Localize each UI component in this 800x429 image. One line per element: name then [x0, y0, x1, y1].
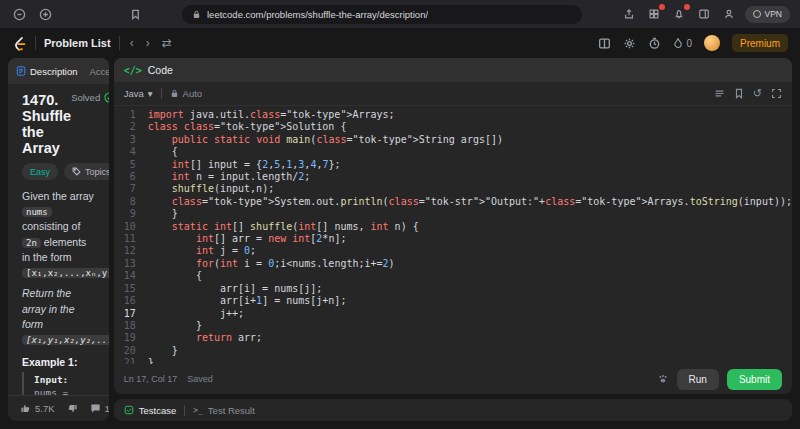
example-block: Input: nums = [2,5,1,3,4,7], n = 3 Outpu… [22, 372, 95, 395]
address-bar[interactable]: leetcode.com/problems/shuffle-the-array/… [182, 5, 582, 24]
reset-icon[interactable]: ↺ [753, 88, 762, 99]
code-line[interactable]: 13 for(int i = 0;i<nums.length;i+=2) [114, 258, 792, 270]
code-line[interactable]: 11 int[] arr = new int[2*n]; [114, 233, 792, 245]
layout-icon[interactable] [598, 37, 611, 50]
code-line[interactable]: 6 int n = input.length/2; [114, 171, 792, 183]
line-number: 4 [114, 146, 148, 158]
code-line[interactable]: 2class class="tok-type">Solution { [114, 121, 792, 133]
statement-paragraph: Given the array nums consisting of 2n el… [22, 189, 95, 280]
code-line[interactable]: 21} [114, 357, 792, 364]
divider [35, 36, 36, 50]
line-number: 21 [114, 357, 148, 364]
divider [184, 405, 185, 416]
code-line[interactable]: 20 } [114, 345, 792, 357]
line-number: 3 [114, 134, 148, 146]
code-line[interactable]: 9 } [114, 208, 792, 220]
code-editor[interactable]: 1import java.util.class="tok-type">Array… [114, 106, 792, 364]
problem-list-link[interactable]: Problem List [44, 37, 111, 49]
vpn-badge[interactable]: VPN [745, 6, 790, 23]
line-number: 1 [114, 109, 148, 121]
leetcode-logo[interactable] [12, 35, 27, 52]
line-number: 16 [114, 295, 148, 307]
line-number: 18 [114, 320, 148, 332]
url-text: leetcode.com/problems/shuffle-the-array/… [207, 9, 428, 20]
tab-testcase[interactable]: Testcase [124, 405, 177, 416]
flame-icon [673, 37, 683, 49]
new-tab-icon[interactable] [36, 5, 54, 23]
thumbs-up-icon [20, 403, 31, 414]
code-line[interactable]: 14 { [114, 270, 792, 282]
lock-icon [170, 89, 179, 98]
settings-gear-icon[interactable] [623, 37, 636, 50]
code-line[interactable]: 16 arr[i+1] = nums[j+n]; [114, 295, 792, 307]
description-footer: 5.7K 104 ☆ [8, 395, 109, 421]
split-view-icon[interactable] [695, 5, 713, 23]
code-line[interactable]: 3 public static void main(class="tok-typ… [114, 134, 792, 146]
line-number: 7 [114, 183, 148, 195]
code-line[interactable]: 8 class="tok-type">System.out.println(cl… [114, 196, 792, 208]
chevron-down-icon: ▾ [148, 88, 153, 99]
code-line[interactable]: 4 { [114, 146, 792, 158]
tab-accepted[interactable]: Accepted × [90, 66, 109, 77]
timer-icon[interactable] [648, 37, 661, 50]
save-status: Saved [187, 374, 213, 384]
line-number: 19 [114, 332, 148, 344]
line-number: 13 [114, 258, 148, 270]
topics-button[interactable]: Topics [64, 163, 109, 180]
code-line[interactable]: 7 shuffle(input,n); [114, 183, 792, 195]
line-number: 14 [114, 270, 148, 282]
bookmark-icon[interactable] [734, 88, 744, 99]
line-number: 6 [114, 171, 148, 183]
tag-icon [72, 167, 81, 176]
line-number: 11 [114, 233, 148, 245]
premium-button[interactable]: Premium [732, 34, 788, 52]
editor-column: </> Code Java ▾ Auto [114, 58, 792, 421]
line-number: 9 [114, 208, 148, 220]
streak-counter[interactable]: 0 [673, 37, 692, 49]
tab-test-result[interactable]: >_ Test Result [193, 405, 255, 416]
line-number: 20 [114, 345, 148, 357]
code-line[interactable]: 19 return arr; [114, 332, 792, 344]
next-problem-icon[interactable]: › [144, 37, 152, 49]
notifications-icon[interactable] [670, 5, 688, 23]
code-line[interactable]: 12 int j = 0; [114, 245, 792, 257]
tab-description[interactable]: Description [16, 66, 78, 77]
notification-dot [659, 4, 665, 10]
console-panel: Testcase >_ Test Result [114, 399, 792, 421]
terminal-icon: >_ [193, 406, 203, 415]
comments-button[interactable]: 104 [90, 403, 109, 414]
submit-button[interactable]: Submit [727, 369, 782, 390]
language-select[interactable]: Java ▾ [124, 88, 153, 99]
page-title: 1470. Shuffle the Array [22, 92, 71, 156]
line-number: 12 [114, 245, 148, 257]
code-line[interactable]: 5 int[] input = {2,5,1,3,4,7}; [114, 159, 792, 171]
code-panel-header: </> Code [114, 58, 792, 82]
bookmark-icon[interactable] [126, 5, 144, 23]
code-panel-title: Code [148, 64, 173, 76]
avatar[interactable] [704, 35, 720, 51]
prev-problem-icon[interactable]: ‹ [128, 37, 136, 49]
debug-paw-icon[interactable] [657, 373, 669, 385]
dislike-button[interactable] [67, 403, 78, 414]
thumbs-down-icon [67, 403, 78, 414]
code-line[interactable]: 15 arr[i] = nums[j]; [114, 283, 792, 295]
profile-icon[interactable] [720, 5, 738, 23]
fullscreen-icon[interactable] [771, 88, 782, 99]
sidebar-toggle-icon[interactable] [10, 5, 28, 23]
extensions-icon[interactable] [645, 5, 663, 23]
random-problem-icon[interactable]: ⇄ [160, 37, 174, 49]
code-line[interactable]: 1import java.util.class="tok-type">Array… [114, 109, 792, 121]
auto-toggle[interactable]: Auto [170, 88, 203, 99]
line-number: 2 [114, 121, 148, 133]
run-button[interactable]: Run [677, 369, 719, 390]
difficulty-badge[interactable]: Easy [22, 163, 58, 180]
code-line[interactable]: 10 static int[] shuffle(int[] nums, int … [114, 221, 792, 233]
share-icon[interactable] [620, 5, 638, 23]
code-line[interactable]: 18 } [114, 320, 792, 332]
notification-dot [684, 4, 690, 10]
line-number: 17 [114, 308, 148, 320]
like-button[interactable]: 5.7K [20, 403, 55, 414]
code-line[interactable]: 17 j++; [114, 308, 792, 320]
check-circle-icon [104, 92, 109, 103]
format-icon[interactable] [714, 88, 725, 99]
